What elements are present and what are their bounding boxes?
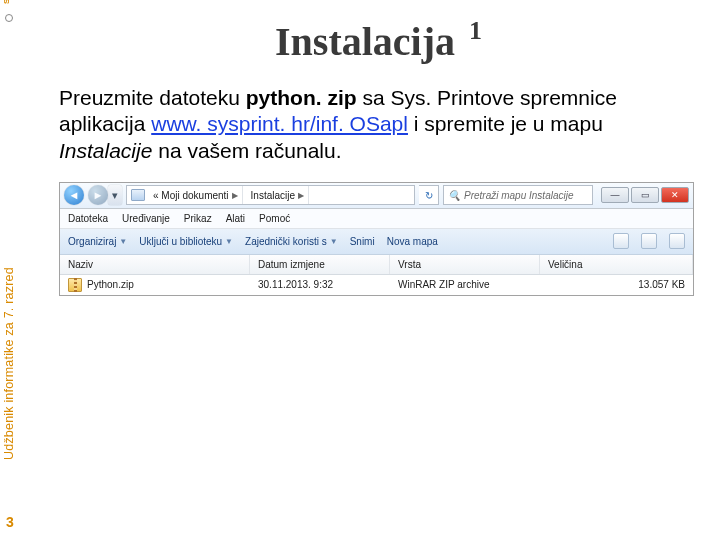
computer-icon — [131, 189, 145, 201]
breadcrumb-segment[interactable]: « Moji dokumenti ▶ — [149, 186, 243, 204]
close-button[interactable]: ✕ — [661, 187, 689, 203]
minimize-button[interactable]: — — [601, 187, 629, 203]
help-icon[interactable] — [669, 233, 685, 249]
explorer-menu-bar: Datoteka Uređivanje Prikaz Alati Pomoć — [60, 209, 693, 229]
view-icon[interactable] — [613, 233, 629, 249]
toolbar-label: Uključi u biblioteku — [139, 236, 222, 247]
explorer-titlebar: ◄ ► ▾ « Moji dokumenti ▶ Instalacije ▶ ↻… — [60, 183, 693, 209]
refresh-button[interactable]: ↻ — [419, 185, 439, 205]
toolbar-organize[interactable]: Organiziraj ▼ — [68, 236, 127, 247]
col-size[interactable]: Veličina — [540, 255, 693, 274]
window-controls: — ▭ ✕ — [601, 187, 689, 203]
chevron-right-icon: ▶ — [298, 191, 304, 200]
page-number: 3 — [6, 514, 14, 530]
file-explorer-window: ◄ ► ▾ « Moji dokumenti ▶ Instalacije ▶ ↻… — [59, 182, 694, 296]
file-row[interactable]: Python.zip 30.11.2013. 9:32 WinRAR ZIP a… — [60, 275, 693, 295]
text-fragment: i spremite je u mapu — [408, 112, 603, 135]
search-input[interactable]: 🔍 Pretraži mapu Instalacije — [443, 185, 593, 205]
explorer-toolbar: Organiziraj ▼ Uključi u biblioteku ▼ Zaj… — [60, 229, 693, 255]
title-footnote-number: 1 — [469, 16, 482, 45]
toolbar-label: Snimi — [350, 236, 375, 247]
menu-file[interactable]: Datoteka — [68, 213, 108, 224]
search-placeholder: Pretraži mapu Instalacije — [464, 190, 574, 201]
file-name: Python.zip — [87, 279, 134, 290]
column-headers: Naziv Datum izmjene Vrsta Veličina — [60, 255, 693, 275]
menu-help[interactable]: Pomoć — [259, 213, 290, 224]
folder-name-italic: Instalacije — [59, 139, 152, 162]
breadcrumb-segment[interactable]: Instalacije ▶ — [247, 186, 309, 204]
menu-view[interactable]: Prikaz — [184, 213, 212, 224]
filename-bold: python. zip — [246, 86, 357, 109]
logo-dot — [5, 14, 13, 22]
text-fragment: Preuzmite datoteku — [59, 86, 246, 109]
chevron-down-icon: ▼ — [330, 237, 338, 246]
download-link[interactable]: www. sysprint. hr/inf. OSapl — [151, 112, 408, 135]
title-text: Instalacija — [275, 19, 455, 64]
instruction-paragraph: Preuzmite datoteku python. zip sa Sys. P… — [59, 85, 694, 164]
nav-back-button[interactable]: ◄ — [64, 185, 84, 205]
toolbar-label: Zajednički koristi s — [245, 236, 327, 247]
toolbar-include-library[interactable]: Uključi u biblioteku ▼ — [139, 236, 233, 247]
toolbar-new-folder[interactable]: Nova mapa — [387, 236, 438, 247]
chevron-down-icon: ▼ — [225, 237, 233, 246]
brand-logo: SysPrint — [2, 0, 11, 4]
preview-pane-icon[interactable] — [641, 233, 657, 249]
breadcrumb-label: « Moji dokumenti — [153, 190, 229, 201]
menu-edit[interactable]: Uređivanje — [122, 213, 170, 224]
toolbar-burn[interactable]: Snimi — [350, 236, 375, 247]
col-date[interactable]: Datum izmjene — [250, 255, 390, 274]
chevron-right-icon: ▶ — [232, 191, 238, 200]
zip-archive-icon — [68, 278, 82, 292]
menu-tools[interactable]: Alati — [226, 213, 245, 224]
textbook-side-label: Udžbenik informatike za 7. razred — [2, 267, 16, 460]
breadcrumb-label: Instalacije — [251, 190, 295, 201]
chevron-down-icon: ▼ — [119, 237, 127, 246]
file-date: 30.11.2013. 9:32 — [250, 279, 390, 290]
col-name[interactable]: Naziv — [60, 255, 250, 274]
toolbar-label: Nova mapa — [387, 236, 438, 247]
nav-history-dropdown[interactable]: ▾ — [108, 185, 122, 205]
toolbar-share[interactable]: Zajednički koristi s ▼ — [245, 236, 338, 247]
file-type: WinRAR ZIP archive — [390, 279, 540, 290]
maximize-button[interactable]: ▭ — [631, 187, 659, 203]
page-title: Instalacija 1 — [53, 18, 700, 65]
nav-forward-button[interactable]: ► — [88, 185, 108, 205]
file-list: Naziv Datum izmjene Vrsta Veličina Pytho… — [60, 255, 693, 295]
breadcrumb-bar[interactable]: « Moji dokumenti ▶ Instalacije ▶ — [126, 185, 415, 205]
search-icon: 🔍 — [448, 190, 460, 201]
text-fragment: na vašem računalu. — [152, 139, 341, 162]
col-type[interactable]: Vrsta — [390, 255, 540, 274]
toolbar-label: Organiziraj — [68, 236, 116, 247]
file-size: 13.057 KB — [540, 279, 693, 290]
